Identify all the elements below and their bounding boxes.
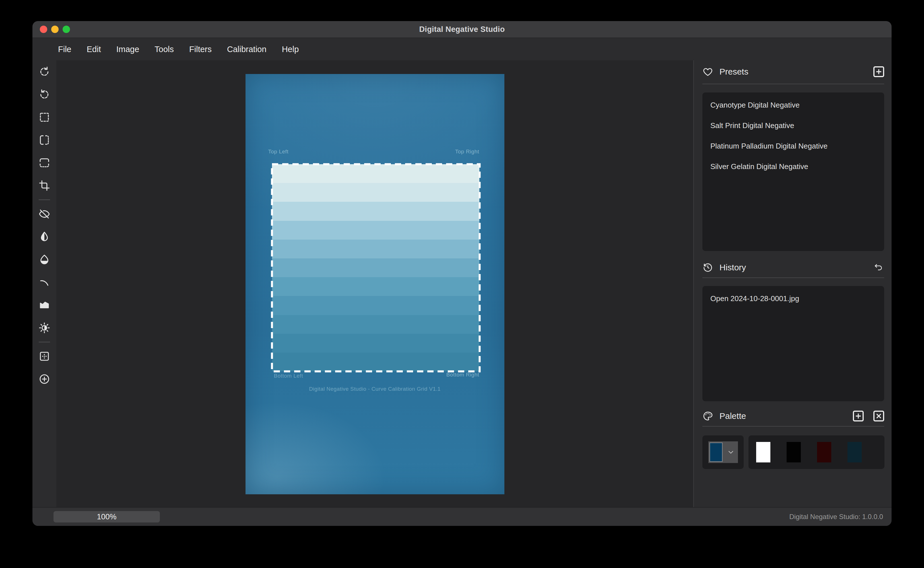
palette-swatch-2[interactable] [817, 442, 831, 462]
zoom-level-control[interactable]: 100% [53, 511, 160, 523]
preset-item[interactable]: Silver Gelatin Digital Negative [702, 156, 884, 177]
tool-rotate-ccw[interactable] [32, 83, 56, 106]
right-sidebar: Presets Cyanotype Digital NegativeSalt P… [693, 60, 892, 507]
traffic-lights [40, 26, 70, 33]
add-circle-icon [38, 373, 50, 385]
cyanotype-image: Top Left Top Right Bottom Left Bottom Ri… [246, 74, 504, 494]
app-window: Digital Negative Studio FileEditImageToo… [32, 21, 892, 526]
close-window-button[interactable] [40, 26, 47, 33]
flip-vertical-icon [38, 157, 50, 169]
undo-button[interactable] [873, 262, 884, 273]
plus-icon [876, 69, 882, 75]
chevron-down-icon [724, 441, 738, 463]
curve-icon [38, 276, 50, 288]
flip-horizontal-icon [38, 134, 50, 146]
menu-tools[interactable]: Tools [154, 45, 174, 54]
toolbar-divider [32, 339, 56, 345]
toolbar-divider [32, 197, 56, 202]
main-area: Top Left Top Right Bottom Left Bottom Ri… [32, 60, 892, 507]
selection-marquee[interactable] [270, 162, 482, 373]
menu-image[interactable]: Image [116, 45, 139, 54]
tool-marquee-select[interactable] [32, 106, 56, 128]
history-item[interactable]: Open 2024-10-28-0001.jpg [702, 288, 884, 309]
presets-header: Presets [702, 64, 884, 79]
crop-icon [38, 180, 50, 192]
add-color-button[interactable] [853, 411, 864, 421]
palette-icon [702, 411, 713, 421]
close-x-icon [876, 413, 882, 419]
palette-swatch-1[interactable] [787, 442, 801, 462]
remove-color-button[interactable] [873, 411, 884, 421]
palette-row [702, 435, 884, 469]
tint-drop-icon [38, 254, 50, 266]
palette-swatch-strip [749, 435, 885, 469]
corner-label-bottom-right: Bottom Right [446, 372, 479, 378]
menu-edit[interactable]: Edit [87, 45, 101, 54]
zoom-window-button[interactable] [63, 26, 70, 33]
palette-swatch-3[interactable] [847, 442, 862, 462]
tool-tint-drop[interactable] [32, 248, 56, 271]
history-icon [702, 262, 713, 273]
plus-icon [855, 413, 861, 419]
tool-flip-vertical[interactable] [32, 151, 56, 174]
preset-item[interactable]: Platinum Palladium Digital Negative [702, 136, 884, 156]
presets-list: Cyanotype Digital NegativeSalt Print Dig… [702, 92, 884, 251]
history-list: Open 2024-10-28-0001.jpg [702, 286, 884, 401]
divider [702, 84, 884, 84]
preset-item[interactable]: Salt Print Digital Negative [702, 115, 884, 136]
menu-calibration[interactable]: Calibration [227, 45, 267, 54]
grid-target-icon [38, 350, 50, 362]
corner-label-top-right: Top Right [455, 148, 479, 155]
tool-grid-target[interactable] [32, 345, 56, 368]
brightness-icon [38, 322, 50, 334]
tool-rotate-cw[interactable] [32, 60, 56, 83]
history-header: History [702, 260, 884, 275]
app-version-text: Digital Negative Studio: 1.0.0.0 [789, 513, 883, 521]
undo-icon [874, 263, 883, 272]
current-color-dropdown[interactable] [708, 441, 738, 463]
menu-filters[interactable]: Filters [189, 45, 212, 54]
preset-item[interactable]: Cyanotype Digital Negative [702, 95, 884, 115]
history-title: History [719, 263, 746, 272]
heart-icon [702, 66, 713, 77]
tool-levels[interactable] [32, 294, 56, 316]
levels-icon [38, 299, 50, 311]
tool-curve[interactable] [32, 271, 56, 294]
tool-add-circle[interactable] [32, 368, 56, 390]
palette-header: Palette [702, 409, 884, 423]
tool-eye-off[interactable] [32, 202, 56, 225]
minimize-window-button[interactable] [51, 26, 59, 33]
document-canvas: Top Left Top Right Bottom Left Bottom Ri… [56, 60, 693, 507]
palette-title: Palette [719, 411, 746, 421]
presets-title: Presets [719, 67, 749, 77]
current-color-swatch [710, 443, 723, 462]
divider [702, 278, 884, 278]
title-bar: Digital Negative Studio [32, 21, 892, 38]
tool-brightness[interactable] [32, 316, 56, 339]
tool-palette [32, 60, 56, 507]
tool-flip-horizontal[interactable] [32, 128, 56, 151]
eye-off-icon [38, 208, 50, 220]
add-preset-button[interactable] [873, 66, 884, 77]
rotate-ccw-icon [38, 89, 50, 100]
tool-crop[interactable] [32, 174, 56, 197]
palette-swatch-0[interactable] [756, 442, 770, 462]
color-selector-box [702, 435, 744, 469]
menu-file[interactable]: File [58, 45, 71, 54]
window-title: Digital Negative Studio [32, 25, 892, 34]
corner-label-bottom-left: Bottom Left [274, 373, 303, 379]
menu-bar: FileEditImageToolsFiltersCalibrationHelp [32, 38, 892, 60]
tool-invert-colors[interactable] [32, 225, 56, 248]
marquee-select-icon [38, 111, 50, 123]
calibration-caption: Digital Negative Studio - Curve Calibrat… [246, 386, 504, 392]
invert-colors-icon [38, 231, 50, 243]
corner-label-top-left: Top Left [268, 148, 289, 155]
status-bar: 100% Digital Negative Studio: 1.0.0.0 [32, 507, 892, 526]
divider [702, 426, 884, 427]
menu-help[interactable]: Help [282, 45, 299, 54]
rotate-cw-icon [38, 66, 50, 78]
